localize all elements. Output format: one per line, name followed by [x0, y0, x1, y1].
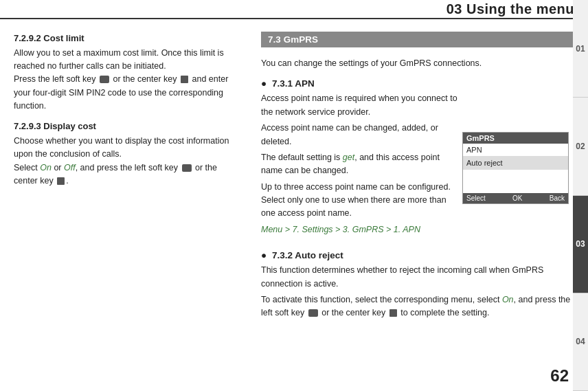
- phone-footer-back: Back: [550, 194, 565, 202]
- display-cost-text2: Select On or Off, and press the left sof…: [14, 163, 217, 186]
- cost-limit-text1: Allow you to set a maximum cost limit. O…: [14, 48, 224, 71]
- nav-item-04[interactable]: 04: [573, 293, 588, 391]
- center-key-icon3: [389, 309, 397, 317]
- apn-text: Access point name is required when you c…: [261, 92, 462, 239]
- section-display-cost-body: Choose whether you want to display the c…: [14, 135, 242, 188]
- soft-key-icon1: [100, 76, 109, 83]
- center-key-icon2: [57, 177, 65, 185]
- phone-footer-select: Select: [466, 194, 486, 202]
- phone-item-apn: APN: [463, 144, 568, 157]
- left-column: 7.2.9.2 Cost limit Allow you to set a ma…: [0, 19, 254, 391]
- phone-item-autoreject: Auto reject: [463, 157, 568, 170]
- apn-heading: ● 7.3.1 APN: [261, 78, 576, 89]
- phone-header: GmPRS: [463, 133, 568, 144]
- on-label-right: On: [502, 295, 514, 304]
- section-title-bar: GmPRS: [284, 34, 318, 45]
- phone-mockup: GmPRS APN Auto reject Select OK Back: [462, 132, 569, 204]
- right-column: 7.3 GmPRS You can change the settings of…: [254, 19, 588, 391]
- section-cost-limit-title: 7.2.9.2 Cost limit: [14, 32, 242, 45]
- cost-limit-text2: Press the left soft key or the center ke…: [14, 74, 228, 111]
- display-cost-text1: Choose whether you want to display the c…: [14, 136, 229, 159]
- phone-footer: Select OK Back: [463, 193, 568, 203]
- header: 03 Using the menu: [0, 0, 588, 19]
- section-header-bar: 7.3 GmPRS: [261, 32, 576, 47]
- on-label-left: On: [40, 163, 52, 172]
- section-cost-limit-body: Allow you to set a maximum cost limit. O…: [14, 47, 242, 113]
- get-text: get: [343, 153, 354, 162]
- soft-key-icon2: [182, 164, 192, 172]
- nav-item-03[interactable]: 03: [573, 196, 588, 293]
- off-label-left: Off: [64, 163, 76, 172]
- nav-item-01[interactable]: 01: [573, 0, 588, 98]
- center-key-icon1: [181, 76, 188, 83]
- autoreject-text: This function determines whether to reje…: [261, 264, 576, 320]
- side-nav: 01 02 03 04: [573, 0, 588, 391]
- soft-key-icon3: [308, 309, 318, 317]
- autoreject-heading: ● 7.3.2 Auto reject: [261, 250, 576, 260]
- subsection-apn: ● 7.3.1 APN Access point name is require…: [261, 78, 576, 239]
- section-num: 7.3: [268, 34, 281, 45]
- menu-path: Menu > 7. Settings > 3. GmPRS > 1. APN: [261, 223, 462, 236]
- apn-content: Access point name is required when you c…: [261, 92, 576, 239]
- subsection-autoreject: ● 7.3.2 Auto reject This function determ…: [261, 250, 576, 320]
- section-display-cost-title: 7.2.9.3 Display cost: [14, 120, 242, 133]
- header-title: 03 Using the menu: [446, 1, 574, 17]
- section-intro: You can change the settings of your GmPR…: [261, 57, 576, 70]
- page-number: 62: [550, 366, 569, 386]
- phone-footer-ok: OK: [512, 194, 522, 202]
- nav-item-02[interactable]: 02: [573, 98, 588, 195]
- main-content: 7.2.9.2 Cost limit Allow you to set a ma…: [0, 19, 588, 391]
